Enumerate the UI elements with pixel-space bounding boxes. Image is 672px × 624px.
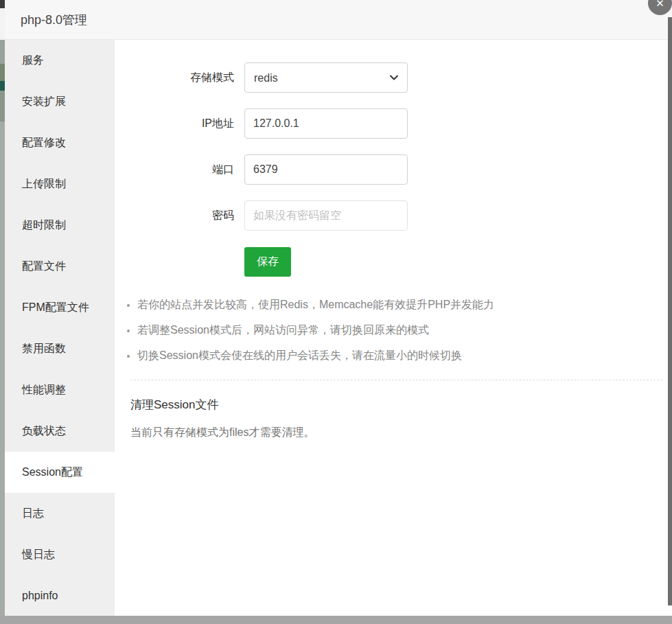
sidebar-item-config-file[interactable]: 配置文件: [5, 246, 115, 287]
close-icon: ✕: [656, 0, 664, 8]
clean-session-heading: 清理Session文件: [130, 397, 672, 413]
sidebar-item-phpinfo[interactable]: phpinfo: [5, 575, 115, 616]
sidebar-item-performance[interactable]: 性能调整: [5, 369, 115, 411]
password-control: [244, 200, 408, 231]
session-config-panel: 存储模式 redis IP地址 端口 密码: [115, 40, 672, 616]
storage-mode-row: 存储模式 redis: [115, 62, 672, 93]
page-scrollbar[interactable]: [668, 17, 672, 605]
sidebar-item-load-status[interactable]: 负载状态: [5, 411, 115, 452]
sidebar-item-upload-limit[interactable]: 上传限制: [5, 163, 115, 205]
sidebar: 服务 安装扩展 配置修改 上传限制 超时限制 配置文件 FPM配置文件 禁用函数…: [5, 40, 115, 616]
sidebar-item-session-config[interactable]: Session配置: [5, 452, 115, 493]
sidebar-item-config-edit[interactable]: 配置修改: [5, 122, 115, 163]
port-row: 端口: [115, 154, 672, 185]
password-row: 密码: [115, 200, 672, 231]
sidebar-item-fpm-config[interactable]: FPM配置文件: [5, 287, 115, 328]
background-page-strip: [0, 0, 5, 624]
port-label: 端口: [115, 163, 234, 177]
port-control: [244, 154, 408, 185]
storage-mode-label: 存储模式: [115, 71, 234, 85]
ip-label: IP地址: [115, 117, 234, 131]
storage-mode-select[interactable]: redis: [244, 62, 408, 93]
ip-input[interactable]: [244, 108, 408, 139]
sidebar-item-log[interactable]: 日志: [5, 493, 115, 534]
sidebar-item-service[interactable]: 服务: [5, 40, 115, 81]
dialog-header: php-8.0管理: [5, 0, 672, 40]
password-label: 密码: [115, 209, 234, 223]
storage-mode-control: redis: [244, 62, 408, 93]
ip-control: [244, 108, 408, 139]
sidebar-item-extensions[interactable]: 安装扩展: [5, 81, 115, 122]
note-item: 若你的站点并发比较高，使用Redis，Memcache能有效提升PHP并发能力: [137, 292, 672, 317]
sidebar-item-slow-log[interactable]: 慢日志: [5, 534, 115, 575]
save-button[interactable]: 保存: [244, 247, 291, 277]
password-input[interactable]: [244, 200, 408, 231]
php-manager-dialog: php-8.0管理 服务 安装扩展 配置修改 上传限制 超时限制 配置文件 FP…: [5, 0, 672, 616]
note-item: 若调整Session模式后，网站访问异常，请切换回原来的模式: [137, 317, 672, 343]
dashed-divider: [130, 380, 662, 380]
note-item: 切换Session模式会使在线的用户会话丢失，请在流量小的时候切换: [137, 343, 672, 368]
background-bottom-strip: [0, 616, 672, 624]
ip-row: IP地址: [115, 108, 672, 139]
port-input[interactable]: [244, 154, 408, 185]
sidebar-item-disabled-functions[interactable]: 禁用函数: [5, 328, 115, 369]
sidebar-item-timeout[interactable]: 超时限制: [5, 205, 115, 246]
dialog-title: php-8.0管理: [21, 12, 87, 28]
clean-session-description: 当前只有存储模式为files才需要清理。: [130, 426, 672, 440]
notes-list: 若你的站点并发比较高，使用Redis，Memcache能有效提升PHP并发能力 …: [115, 292, 672, 368]
